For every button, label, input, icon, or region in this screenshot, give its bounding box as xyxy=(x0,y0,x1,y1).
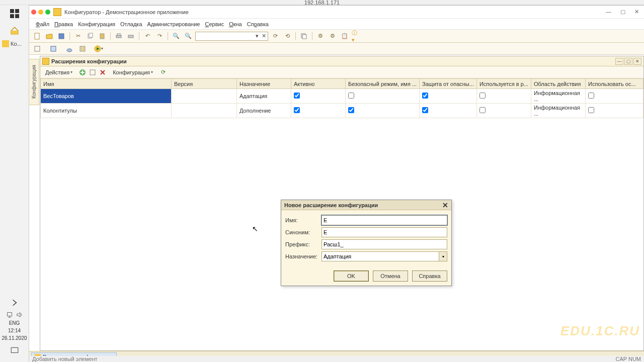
new-icon[interactable] xyxy=(32,31,42,41)
find-replace-icon[interactable]: 🔍 xyxy=(171,31,181,41)
minimize-button[interactable]: — xyxy=(606,9,611,15)
sound-icon[interactable] xyxy=(16,311,23,319)
windows-icon[interactable] xyxy=(299,31,309,41)
svg-rect-20 xyxy=(51,46,56,51)
paste-icon[interactable] xyxy=(97,31,107,41)
add-icon[interactable] xyxy=(78,68,87,76)
dialog-close-icon[interactable]: ✕ xyxy=(442,201,448,209)
maximize-button[interactable]: ▢ xyxy=(620,9,625,15)
help-button[interactable]: Справка xyxy=(412,270,447,282)
col-safe[interactable]: Безопасный режим, имя ... xyxy=(346,79,420,89)
svg-rect-13 xyxy=(100,34,104,39)
clear-icon[interactable]: ✕ xyxy=(260,33,268,39)
table-row[interactable]: КолонтитулыДополнениеИнформационная ... xyxy=(41,104,643,118)
menu-file[interactable]: Файл xyxy=(34,20,51,28)
undo-icon[interactable]: ↶ xyxy=(142,31,152,41)
menu-edit[interactable]: Правка xyxy=(53,20,74,28)
delete-icon[interactable] xyxy=(99,68,107,76)
zoom-icon[interactable]: 🔍 xyxy=(183,31,193,41)
menu-help[interactable]: Справка xyxy=(246,20,270,28)
col-used[interactable]: Используется в р... xyxy=(476,79,531,89)
run-icon[interactable]: ▾ xyxy=(94,44,104,54)
name-input[interactable] xyxy=(321,215,447,225)
label-purpose: Назначение: xyxy=(285,253,321,259)
svg-rect-0 xyxy=(10,9,14,13)
svg-rect-4 xyxy=(11,31,18,34)
menu-debug[interactable]: Отладка xyxy=(119,20,143,28)
dropdown-icon[interactable]: ▾ xyxy=(254,33,260,39)
calendar-icon[interactable]: 📋 xyxy=(340,31,350,41)
redo-icon[interactable]: ↷ xyxy=(154,31,165,41)
svg-rect-15 xyxy=(117,34,120,35)
menu-windows[interactable]: Окна xyxy=(227,20,244,28)
network-icon[interactable] xyxy=(6,311,13,319)
panel-maximize[interactable]: ▢ xyxy=(624,58,632,65)
svg-rect-2 xyxy=(10,14,14,18)
menu-service[interactable]: Сервис xyxy=(203,20,225,28)
print-icon[interactable] xyxy=(114,31,124,41)
panel-close[interactable]: ✕ xyxy=(633,58,641,65)
browser-bar: 192.168.1.171 xyxy=(0,0,644,5)
svg-rect-5 xyxy=(7,313,12,316)
table-header: Имя Версия Назначение Активно Безопасный… xyxy=(41,79,643,89)
label-synonym: Синоним: xyxy=(285,229,321,235)
config-dropdown[interactable]: Конфигурация xyxy=(111,68,155,77)
content-area: Конфигурация Расширения конфигурации — ▢… xyxy=(29,55,644,351)
svg-rect-9 xyxy=(35,33,39,39)
col-protect[interactable]: Защита от опасны... xyxy=(420,79,477,89)
syntax-icon[interactable]: ⚙ xyxy=(315,31,326,41)
col-name[interactable]: Имя xyxy=(41,79,172,89)
extensions-table: Имя Версия Назначение Активно Безопасный… xyxy=(40,78,643,118)
chevron-right-icon[interactable] xyxy=(4,294,26,311)
col-purpose[interactable]: Назначение xyxy=(237,79,291,89)
svg-rect-25 xyxy=(90,70,95,75)
tb2-icon-2[interactable] xyxy=(48,44,58,54)
svg-rect-12 xyxy=(89,33,93,37)
print-preview-icon[interactable] xyxy=(126,31,136,41)
lang-indicator[interactable]: ENG xyxy=(9,320,20,326)
purpose-select[interactable]: Адаптация▾ xyxy=(321,251,447,261)
prefix-input[interactable] xyxy=(321,239,447,249)
copy-icon[interactable] xyxy=(85,31,95,41)
help-icon[interactable]: ⓘ ▾ xyxy=(352,31,362,41)
label-prefix: Префикс: xyxy=(285,241,321,247)
synonym-input[interactable] xyxy=(321,227,447,237)
edit-icon[interactable] xyxy=(89,68,97,76)
actions-dropdown[interactable]: Действия xyxy=(43,68,74,77)
col-useos[interactable]: Использовать ос... xyxy=(586,79,643,89)
home-icon[interactable] xyxy=(4,22,26,39)
notifications-icon[interactable] xyxy=(4,342,26,359)
taskbar: Ко... ENG 12:14 26.11.2020 xyxy=(0,5,29,362)
tb2-icon-3[interactable] xyxy=(64,44,74,54)
save-icon[interactable] xyxy=(56,31,66,41)
tb2-icon-1[interactable] xyxy=(32,44,42,54)
refresh-icon[interactable]: ⟳ xyxy=(270,31,280,41)
open-icon[interactable] xyxy=(44,31,54,41)
secondary-toolbar: ▾ xyxy=(29,43,644,55)
cancel-button[interactable]: Отмена xyxy=(373,270,408,282)
mac-traffic-lights[interactable] xyxy=(31,10,50,15)
col-active[interactable]: Активно xyxy=(291,79,346,89)
cut-icon[interactable]: ✂ xyxy=(73,31,83,41)
svg-rect-8 xyxy=(11,347,18,352)
col-version[interactable]: Версия xyxy=(172,79,237,89)
taskbar-app-item[interactable]: Ко... xyxy=(0,39,29,48)
start-icon[interactable] xyxy=(4,5,26,22)
col-scope[interactable]: Область действия xyxy=(531,79,586,89)
panel-minimize[interactable]: — xyxy=(615,58,623,65)
ok-button[interactable]: OK xyxy=(334,270,369,282)
panel-titlebar: Расширения конфигурации — ▢ ✕ xyxy=(40,56,643,66)
refresh-panel-icon[interactable]: ⟳ xyxy=(159,68,167,76)
calc-icon[interactable]: ⚙ xyxy=(328,31,338,41)
menu-admin[interactable]: Администрирование xyxy=(146,20,202,28)
side-tab-config[interactable]: Конфигурация xyxy=(29,59,39,105)
tb2-icon-4[interactable] xyxy=(77,44,88,54)
close-button[interactable]: ✕ xyxy=(634,9,639,15)
table-row[interactable]: ВесТоваровАдаптацияИнформационная ... xyxy=(41,89,643,104)
menu-config[interactable]: Конфигурация xyxy=(76,20,117,28)
nav-icon[interactable]: ⟲ xyxy=(282,31,292,41)
search-input[interactable]: ▾✕ xyxy=(195,32,268,41)
panel-title: Расширения конфигурации xyxy=(51,58,127,64)
svg-rect-1 xyxy=(15,9,19,13)
dropdown-arrow-icon[interactable]: ▾ xyxy=(439,252,447,261)
